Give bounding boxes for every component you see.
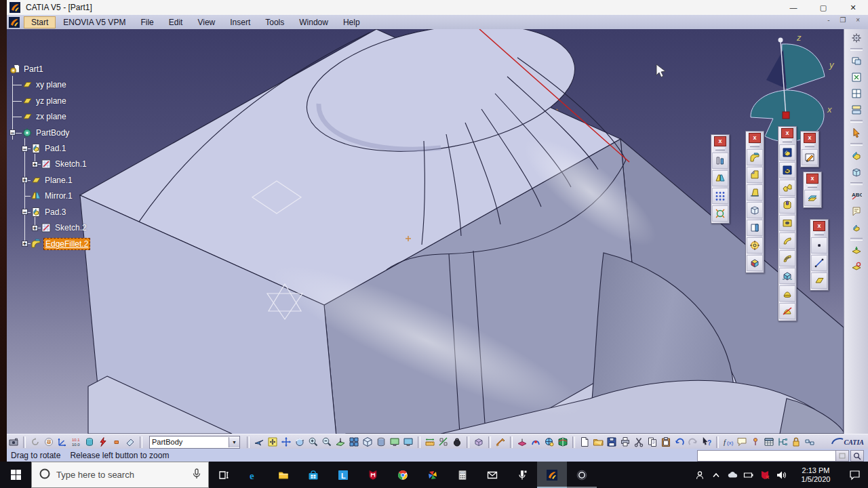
- save-icon[interactable]: [605, 436, 618, 449]
- close-toolbar-icon[interactable]: x: [806, 174, 818, 184]
- toolbar-grip[interactable]: [805, 144, 814, 147]
- tray-battery[interactable]: [741, 462, 757, 488]
- new-document-icon[interactable]: [578, 436, 591, 449]
- solid-combine-icon[interactable]: [779, 268, 795, 284]
- menu-view[interactable]: View: [190, 16, 222, 28]
- knowledge-dot-icon[interactable]: [749, 436, 762, 449]
- lightning-update-icon[interactable]: [96, 436, 110, 449]
- tree-expand-edgefillet-2[interactable]: +: [22, 241, 28, 247]
- iso-view-icon[interactable]: [361, 436, 374, 449]
- cut-icon[interactable]: [632, 436, 646, 449]
- toolbar-grip[interactable]: [750, 144, 760, 147]
- shell-view-icon[interactable]: [848, 165, 865, 180]
- design-table-icon[interactable]: [762, 436, 776, 449]
- tree-item-yz-plane[interactable]: yz plane: [35, 96, 68, 106]
- pad-view-icon[interactable]: [848, 148, 865, 163]
- edge-fillet-icon[interactable]: [747, 149, 763, 165]
- zoom-out-icon[interactable]: [320, 436, 334, 449]
- lock-icon[interactable]: [789, 436, 803, 449]
- world-target-icon[interactable]: [542, 436, 556, 449]
- look-screen-2-icon[interactable]: [401, 436, 415, 449]
- tree-item-part1[interactable]: Part1: [22, 64, 45, 75]
- feature-magenta-icon[interactable]: [515, 436, 529, 449]
- capture-camera-icon[interactable]: [7, 436, 20, 449]
- annotation-icon[interactable]: [848, 204, 865, 219]
- chamfer-icon[interactable]: [747, 167, 763, 183]
- orange-chip-icon[interactable]: [110, 436, 123, 449]
- measure-item-icon[interactable]: [437, 436, 450, 449]
- taskbar-search[interactable]: Type here to search: [31, 462, 209, 488]
- axis-system-icon[interactable]: [56, 436, 69, 449]
- power-input-field[interactable]: [697, 450, 837, 462]
- normal-view-icon[interactable]: [334, 436, 347, 449]
- taskbar-chrome[interactable]: [388, 462, 418, 488]
- draft-angle-icon[interactable]: [747, 184, 763, 201]
- whats-this-icon[interactable]: ?: [700, 436, 713, 449]
- look-screen-icon[interactable]: [388, 436, 401, 449]
- close-toolbar-icon[interactable]: x: [804, 133, 816, 143]
- structure-tree-icon[interactable]: [776, 436, 789, 449]
- taskbar-clock[interactable]: 2:13 PM 1/5/2020: [792, 466, 840, 484]
- tree-item-sketch-1[interactable]: Sketch.1: [54, 159, 88, 169]
- toolbar-reference-elements[interactable]: x: [810, 219, 829, 291]
- minimize-button[interactable]: —: [778, 0, 808, 15]
- scaling-icon[interactable]: [712, 205, 728, 222]
- mirror-feature-icon[interactable]: [712, 170, 728, 186]
- menu-tools[interactable]: Tools: [258, 16, 292, 28]
- window-arrange-icon[interactable]: [848, 70, 865, 85]
- pad-small-icon[interactable]: [848, 220, 865, 235]
- menu-file[interactable]: File: [133, 16, 161, 28]
- tray-mcafee-tray[interactable]: [757, 462, 773, 488]
- tree-item-pad-3[interactable]: Pad.3: [43, 207, 67, 218]
- menu-insert[interactable]: Insert: [222, 16, 258, 28]
- thread-icon[interactable]: [747, 237, 763, 253]
- tree-item-pad-1[interactable]: Pad.1: [43, 143, 67, 154]
- maximize-button[interactable]: ▢: [808, 0, 838, 15]
- taskbar-mail[interactable]: [477, 462, 507, 488]
- snap-numbers-icon[interactable]: 10.110.0: [69, 436, 83, 449]
- close-toolbar-icon[interactable]: x: [781, 128, 793, 138]
- plane-ref-icon[interactable]: [811, 272, 827, 289]
- eraser-icon[interactable]: [123, 436, 137, 449]
- catalog-browse-icon[interactable]: [848, 260, 865, 274]
- close-toolbar-icon[interactable]: x: [749, 133, 761, 143]
- taskbar-edge[interactable]: e: [239, 462, 269, 488]
- shell-icon[interactable]: [747, 202, 763, 218]
- close-toolbar-icon[interactable]: x: [714, 136, 726, 146]
- pan-icon[interactable]: [279, 436, 293, 449]
- zoom-in-icon[interactable]: [307, 436, 320, 449]
- taskbar-pinwheel[interactable]: [418, 462, 448, 488]
- tray-onedrive[interactable]: [724, 462, 741, 488]
- pad-feature-icon[interactable]: [779, 144, 795, 161]
- thickness-icon[interactable]: [747, 220, 763, 236]
- print-icon[interactable]: [618, 436, 632, 449]
- menu-start[interactable]: Start: [24, 16, 56, 28]
- line-icon[interactable]: [811, 255, 827, 271]
- tree-item-xy-plane[interactable]: xy plane: [35, 79, 68, 90]
- toolbar-sketcher[interactable]: x: [800, 131, 819, 167]
- menu-help[interactable]: Help: [336, 16, 368, 28]
- rotate-view-icon[interactable]: [293, 436, 307, 449]
- link-manager-icon[interactable]: [803, 436, 816, 449]
- taskbar-obs[interactable]: [567, 462, 597, 488]
- catalog-open-icon[interactable]: [848, 243, 865, 258]
- taskbar-mcafee[interactable]: [358, 462, 388, 488]
- library-book-icon[interactable]: [556, 436, 570, 449]
- fly-mode-icon[interactable]: [252, 436, 266, 449]
- multi-pad-icon[interactable]: [779, 180, 795, 196]
- tree-expand-plane-1[interactable]: +: [22, 177, 28, 183]
- start-button[interactable]: [0, 462, 31, 488]
- toolbar-transformation-features[interactable]: x: [711, 134, 730, 224]
- quick-views-icon[interactable]: [347, 436, 361, 449]
- gear-icon[interactable]: [848, 30, 865, 45]
- chevron-down-icon[interactable]: ▼: [229, 437, 239, 447]
- tray-chevron-up[interactable]: [708, 462, 724, 488]
- feature-blue-icon[interactable]: [529, 436, 542, 449]
- toolbar-surfaces[interactable]: x: [803, 171, 822, 208]
- compass-origin-handle[interactable]: [783, 112, 789, 119]
- removed-multi-section-icon[interactable]: [779, 303, 795, 319]
- taskbar-calculator[interactable]: [448, 462, 477, 488]
- taskbar-file-explorer[interactable]: [269, 462, 298, 488]
- menu-window[interactable]: Window: [292, 16, 336, 28]
- hand-rotate-icon[interactable]: [42, 436, 56, 449]
